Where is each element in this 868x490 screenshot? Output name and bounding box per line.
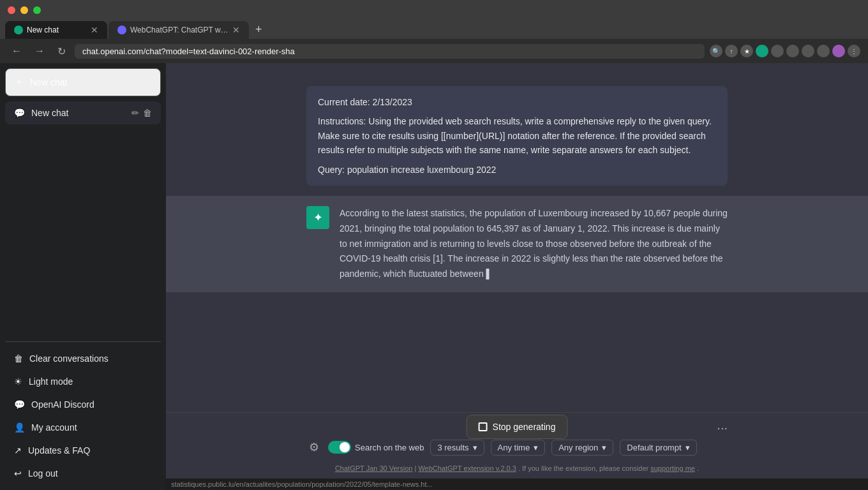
chat-list: 💬 New chat ✏ 🗑 bbox=[5, 101, 161, 341]
extension-link[interactable]: WebChatGPT extension v.2.0.3 bbox=[418, 464, 516, 472]
nav-icons: 🔍 ↑ ★ ⋮ bbox=[710, 45, 860, 57]
status-url: statistiques.public.lu/en/actualites/pop… bbox=[171, 480, 433, 488]
plus-icon: ＋ bbox=[15, 77, 24, 88]
assistant-avatar: ✦ bbox=[306, 206, 329, 229]
extension-icon-4[interactable] bbox=[817, 45, 830, 57]
light-mode-label: Light mode bbox=[29, 376, 73, 387]
region-label: Any region bbox=[558, 443, 598, 452]
extension-icon-1[interactable] bbox=[771, 45, 784, 57]
chevron-down-icon-3: ▾ bbox=[602, 443, 606, 452]
address-bar[interactable] bbox=[75, 44, 705, 59]
footer-links: ChatGPT Jan 30 Version | WebChatGPT exte… bbox=[306, 462, 728, 475]
footer-support-text: . If you like the extension, please cons… bbox=[518, 464, 650, 472]
clear-conversations-label: Clear conversations bbox=[29, 353, 108, 364]
status-bar: statistiques.public.lu/en/actualites/pop… bbox=[166, 479, 868, 490]
extension-icon-3[interactable] bbox=[802, 45, 814, 57]
stop-generating-button[interactable]: Stop generating bbox=[467, 415, 568, 439]
stop-square-icon bbox=[479, 422, 488, 431]
user-message-content: Current date: 2/13/2023 Instructions: Us… bbox=[306, 86, 728, 186]
openai-logo-icon: ✦ bbox=[313, 209, 323, 227]
window-controls bbox=[8, 6, 41, 14]
chevron-down-icon-4: ▾ bbox=[685, 443, 690, 452]
sidebar-bottom: 🗑 Clear conversations ☀ Light mode 💬 Ope… bbox=[5, 341, 161, 485]
bookmark-icon[interactable]: ★ bbox=[740, 45, 753, 57]
sidebar-item-light-mode[interactable]: ☀ Light mode bbox=[5, 370, 161, 393]
prompt-dropdown[interactable]: Default prompt ▾ bbox=[620, 440, 696, 456]
results-dropdown[interactable]: 3 results ▾ bbox=[430, 440, 484, 456]
sidebar: ＋ New chat 💬 New chat ✏ 🗑 🗑 Clear conver… bbox=[0, 63, 166, 490]
logout-icon: ↩ bbox=[14, 468, 22, 479]
query-text: Query: population increase luxembourg 20… bbox=[318, 163, 716, 177]
back-button[interactable]: ← bbox=[8, 44, 26, 58]
tab-label-1: New chat bbox=[27, 26, 87, 34]
sun-icon: ☀ bbox=[14, 376, 22, 387]
chat-list-item[interactable]: 💬 New chat ✏ 🗑 bbox=[5, 101, 161, 124]
delete-chat-button[interactable]: 🗑 bbox=[143, 108, 152, 118]
new-tab-button[interactable]: + bbox=[250, 20, 267, 39]
new-chat-button[interactable]: ＋ New chat bbox=[5, 68, 161, 96]
trash-icon: 🗑 bbox=[14, 353, 23, 364]
search-nav-icon[interactable]: 🔍 bbox=[710, 45, 722, 57]
logout-label: Log out bbox=[28, 468, 58, 479]
new-chat-label: New chat bbox=[30, 77, 67, 87]
sidebar-item-updates[interactable]: ↗ Updates & FAQ bbox=[5, 439, 161, 462]
tab-favicon-openai bbox=[14, 26, 23, 34]
forward-button[interactable]: → bbox=[31, 44, 49, 58]
account-label: My account bbox=[31, 422, 77, 433]
version-link[interactable]: ChatGPT Jan 30 Version bbox=[335, 464, 412, 472]
sidebar-item-account[interactable]: 👤 My account bbox=[5, 416, 161, 439]
minimize-window-button[interactable] bbox=[20, 6, 28, 14]
updates-label: Updates & FAQ bbox=[28, 445, 90, 456]
footer-period: . bbox=[697, 464, 699, 472]
more-options-button[interactable]: ··· bbox=[717, 420, 728, 435]
supporting-link[interactable]: supporting me bbox=[650, 464, 695, 472]
chat-item-label: New chat bbox=[31, 108, 68, 118]
time-dropdown[interactable]: Any time ▾ bbox=[491, 440, 546, 456]
results-label: 3 results bbox=[437, 443, 468, 452]
tab-bar: New chat ✕ WebChatGPT: ChatGPT with inte… bbox=[0, 20, 868, 39]
profile-icon[interactable] bbox=[832, 45, 845, 57]
chevron-down-icon: ▾ bbox=[473, 443, 477, 452]
edit-chat-button[interactable]: ✏ bbox=[131, 108, 139, 118]
assistant-message: ✦ According to the latest statistics, th… bbox=[166, 196, 868, 292]
user-icon: 👤 bbox=[14, 422, 25, 433]
settings-icon-button[interactable]: ⚙ bbox=[306, 438, 322, 457]
sidebar-item-clear[interactable]: 🗑 Clear conversations bbox=[5, 347, 161, 370]
instructions-text: Instructions: Using the provided web sea… bbox=[318, 114, 716, 157]
tab-close-icon-2[interactable]: ✕ bbox=[232, 25, 240, 35]
chat-messages: Current date: 2/13/2023 Instructions: Us… bbox=[166, 63, 868, 412]
external-link-icon: ↗ bbox=[14, 445, 22, 456]
app: ＋ New chat 💬 New chat ✏ 🗑 🗑 Clear conver… bbox=[0, 63, 868, 490]
openai-icon[interactable] bbox=[756, 45, 768, 57]
discord-label: OpenAI Discord bbox=[31, 399, 94, 410]
search-web-toggle: Search on the web bbox=[328, 441, 424, 454]
user-message: Current date: 2/13/2023 Instructions: Us… bbox=[166, 76, 868, 196]
search-web-label: Search on the web bbox=[355, 443, 424, 452]
toolbar-row: ⚙ Search on the web 3 results ▾ Any time… bbox=[306, 438, 728, 457]
tab-webchatgpt[interactable]: WebChatGPT: ChatGPT with inte... ✕ bbox=[108, 21, 249, 39]
extension-icon-2[interactable] bbox=[786, 45, 799, 57]
assistant-message-text: According to the latest statistics, the … bbox=[340, 206, 728, 282]
toggle-label-container[interactable] bbox=[328, 441, 351, 454]
chevron-down-icon-2: ▾ bbox=[534, 443, 538, 452]
chat-bubble-icon: 💬 bbox=[14, 108, 25, 118]
tab-close-icon[interactable]: ✕ bbox=[91, 25, 98, 35]
date-line: Current date: 2/13/2023 bbox=[318, 95, 716, 109]
sidebar-item-logout[interactable]: ↩ Log out bbox=[5, 462, 161, 485]
refresh-button[interactable]: ↻ bbox=[54, 44, 70, 59]
sidebar-item-discord[interactable]: 💬 OpenAI Discord bbox=[5, 393, 161, 416]
browser-chrome: New chat ✕ WebChatGPT: ChatGPT with inte… bbox=[0, 0, 868, 63]
tab-favicon-webchatgpt bbox=[117, 26, 126, 34]
tab-new-chat[interactable]: New chat ✕ bbox=[5, 21, 107, 39]
discord-icon: 💬 bbox=[14, 399, 25, 410]
share-icon[interactable]: ↑ bbox=[725, 45, 738, 57]
close-window-button[interactable] bbox=[8, 6, 15, 14]
region-dropdown[interactable]: Any region ▾ bbox=[551, 440, 613, 456]
assistant-message-content: ✦ According to the latest statistics, th… bbox=[306, 206, 728, 282]
tab-label-2: WebChatGPT: ChatGPT with inte... bbox=[130, 26, 228, 34]
more-nav-icon[interactable]: ⋮ bbox=[848, 45, 860, 57]
chat-item-actions: ✏ 🗑 bbox=[131, 108, 152, 118]
maximize-window-button[interactable] bbox=[33, 6, 41, 14]
user-message-box: Current date: 2/13/2023 Instructions: Us… bbox=[306, 86, 728, 186]
toggle-slider bbox=[328, 441, 351, 454]
